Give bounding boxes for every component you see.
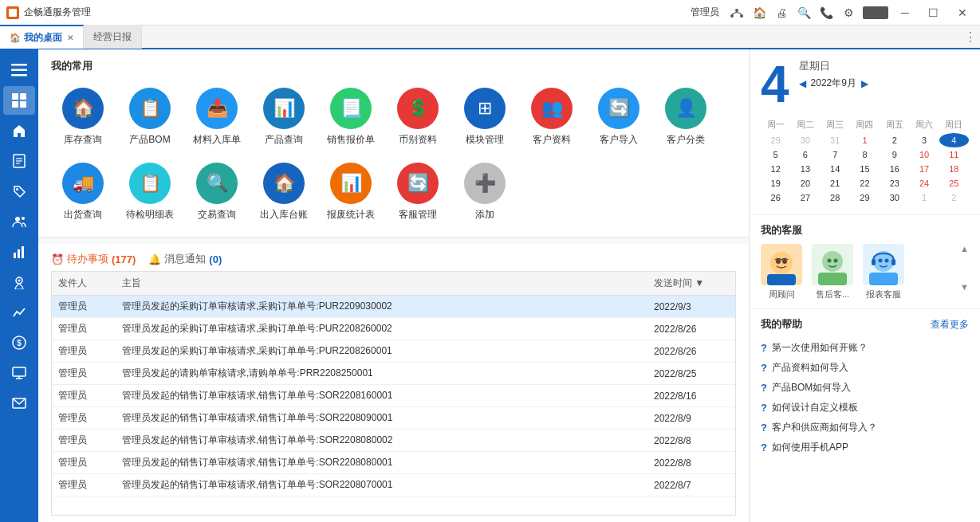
restore-button[interactable]: ☐ — [922, 6, 945, 19]
minimize-button[interactable]: ─ — [895, 6, 915, 19]
app-icon-16[interactable]: ➕ 添加 — [453, 156, 517, 228]
table-row[interactable]: 管理员 管理员发起的请购单审核请求,请购单单号:PRR2208250001 20… — [52, 363, 735, 385]
pending-table-wrapper[interactable]: 发件人 主旨 发送时间 ▼ 管理员 管理员发起的采购订单审核请求,采购订单单号:… — [51, 271, 736, 516]
cal-day-cell[interactable]: 22 — [850, 176, 880, 190]
cal-day-cell[interactable]: 29 — [850, 190, 880, 205]
app-icon-15[interactable]: 🔄 客服管理 — [386, 156, 450, 228]
cal-day-cell[interactable]: 12 — [761, 162, 790, 176]
help-item-0[interactable]: ? 第一次使用如何开账？ — [761, 338, 969, 358]
sidebar-item-home[interactable] — [3, 116, 35, 145]
sidebar-item-doc[interactable] — [3, 147, 35, 175]
cal-day-cell[interactable]: 2 — [939, 190, 969, 205]
cal-day-cell[interactable]: 19 — [761, 176, 790, 190]
app-icon-2[interactable]: 📥 材料入库单 — [185, 81, 249, 153]
cal-prev-btn[interactable]: ◀ — [799, 78, 806, 89]
service-person-2[interactable]: 报表客服 — [863, 244, 904, 300]
cal-day-cell[interactable]: 28 — [821, 190, 850, 205]
search2-icon[interactable]: 🔍 — [796, 5, 812, 21]
cal-day-cell[interactable]: 18 — [939, 162, 969, 176]
help-more-link[interactable]: 查看更多 — [931, 318, 969, 332]
app-icon-3[interactable]: 📊 产品查询 — [252, 81, 316, 153]
cal-day-cell[interactable]: 31 — [821, 133, 850, 147]
cal-day-cell[interactable]: 1 — [909, 190, 939, 205]
cal-day-cell[interactable]: 6 — [790, 147, 820, 162]
app-icon-8[interactable]: 🔄 客户导入 — [587, 81, 651, 153]
cal-day-cell[interactable]: 30 — [790, 133, 820, 147]
sidebar-item-chart[interactable] — [3, 237, 35, 266]
app-icon-13[interactable]: 🏠 出入库台账 — [252, 156, 316, 228]
table-row[interactable]: 管理员 管理员发起的采购订单审核请求,采购订单单号:PUR2208260001 … — [52, 340, 735, 363]
sidebar-item-menu[interactable] — [3, 56, 35, 84]
app-icon-12[interactable]: 🔍 交易查询 — [185, 156, 249, 228]
tab-message[interactable]: 🔔 消息通知 (0) — [148, 252, 222, 266]
app-icon-7[interactable]: 👥 客户资料 — [520, 81, 584, 153]
service-person-1[interactable]: 售后客... — [812, 244, 853, 300]
cal-day-cell[interactable]: 5 — [761, 147, 790, 162]
cal-day-cell[interactable]: 26 — [761, 190, 790, 205]
sidebar-item-desktop2[interactable] — [3, 359, 35, 387]
monitor-icon[interactable] — [863, 6, 888, 19]
cal-day-cell[interactable]: 14 — [821, 162, 850, 176]
tab-pending[interactable]: ⏰ 待办事项 (177) — [51, 252, 136, 266]
table-row[interactable]: 管理员 管理员发起的采购订单审核请求,采购订单单号:PUR2208260002 … — [52, 318, 735, 340]
cal-day-cell[interactable]: 27 — [790, 190, 820, 205]
cal-day-cell[interactable]: 13 — [790, 162, 820, 176]
settings-icon[interactable]: ⚙ — [840, 5, 856, 21]
cal-day-cell[interactable]: 11 — [939, 147, 969, 162]
app-icon-4[interactable]: 📃 销售报价单 — [319, 81, 383, 153]
app-icon-0[interactable]: 🏠 库存查询 — [51, 81, 115, 153]
home-icon[interactable]: 🏠 — [751, 5, 767, 21]
cal-day-cell[interactable]: 30 — [880, 190, 909, 205]
print-icon[interactable]: 🖨 — [773, 5, 789, 21]
scroll-up-icon[interactable]: ▲ — [960, 244, 969, 253]
cal-day-cell[interactable]: 1 — [850, 133, 880, 147]
sidebar-item-money[interactable]: $ — [3, 328, 35, 357]
cal-day-cell[interactable]: 24 — [909, 176, 939, 190]
cal-day-cell[interactable]: 4 — [939, 133, 969, 147]
tab-my-desktop[interactable]: 🏠 我的桌面 ✕ — [0, 25, 84, 49]
cal-day-cell[interactable]: 23 — [880, 176, 909, 190]
sidebar-item-grid[interactable] — [3, 86, 35, 115]
table-row[interactable]: 管理员 管理员发起的销售订单审核请求,销售订单单号:SOR2208070001 … — [52, 474, 735, 496]
sidebar-item-trend[interactable] — [3, 298, 35, 327]
cal-day-cell[interactable]: 25 — [939, 176, 969, 190]
tab-scroll-right[interactable]: ⋮ — [964, 29, 980, 45]
app-icon-14[interactable]: 📊 报废统计表 — [319, 156, 383, 228]
tab-daily-report[interactable]: 经营日报 — [84, 25, 142, 49]
cal-day-cell[interactable]: 17 — [909, 162, 939, 176]
cal-day-cell[interactable]: 15 — [850, 162, 880, 176]
table-row[interactable]: 管理员 管理员发起的销售订单审核请求,销售订单单号:SOR2208080001 … — [52, 452, 735, 474]
table-row[interactable]: 管理员 管理员发起的采购订单审核请求,采购订单单号:PUR2209030002 … — [52, 296, 735, 318]
cal-day-cell[interactable]: 9 — [880, 147, 909, 162]
network-icon[interactable] — [729, 5, 745, 21]
phone-icon[interactable]: 📞 — [818, 5, 834, 21]
tab-close-button[interactable]: ✕ — [67, 33, 73, 42]
table-row[interactable]: 管理员 管理员发起的销售订单审核请求,销售订单单号:SOR2208080002 … — [52, 430, 735, 452]
help-item-2[interactable]: ? 产品BOM如何导入 — [761, 378, 969, 398]
app-icon-1[interactable]: 📋 产品BOM — [118, 81, 182, 153]
app-icon-11[interactable]: 📋 待检明细表 — [118, 156, 182, 228]
help-item-5[interactable]: ? 如何使用手机APP — [761, 438, 969, 457]
sidebar-item-users[interactable] — [3, 207, 35, 236]
help-item-3[interactable]: ? 如何设计自定义模板 — [761, 398, 969, 418]
cal-day-cell[interactable]: 10 — [909, 147, 939, 162]
cal-day-cell[interactable]: 29 — [761, 133, 790, 147]
cal-day-cell[interactable]: 8 — [850, 147, 880, 162]
sidebar-item-tag[interactable] — [3, 177, 35, 206]
app-icon-6[interactable]: ⊞ 模块管理 — [453, 81, 517, 153]
cal-day-cell[interactable]: 7 — [821, 147, 850, 162]
app-icon-5[interactable]: 💲 币别资料 — [386, 81, 450, 153]
scroll-down-icon[interactable]: ▼ — [960, 282, 969, 292]
sidebar-item-mail[interactable] — [3, 389, 35, 418]
app-icon-9[interactable]: 👤 客户分类 — [654, 81, 718, 153]
close-button[interactable]: ✕ — [951, 6, 974, 19]
cal-next-btn[interactable]: ▶ — [861, 78, 868, 89]
cal-day-cell[interactable]: 2 — [880, 133, 909, 147]
cal-day-cell[interactable]: 3 — [909, 133, 939, 147]
app-icon-10[interactable]: 🚚 出货查询 — [51, 156, 115, 228]
cal-day-cell[interactable]: 20 — [790, 176, 820, 190]
cal-day-cell[interactable]: 16 — [880, 162, 909, 176]
help-item-4[interactable]: ? 客户和供应商如何导入？ — [761, 418, 969, 438]
cal-day-cell[interactable]: 21 — [821, 176, 850, 190]
sidebar-item-location[interactable] — [3, 268, 35, 296]
